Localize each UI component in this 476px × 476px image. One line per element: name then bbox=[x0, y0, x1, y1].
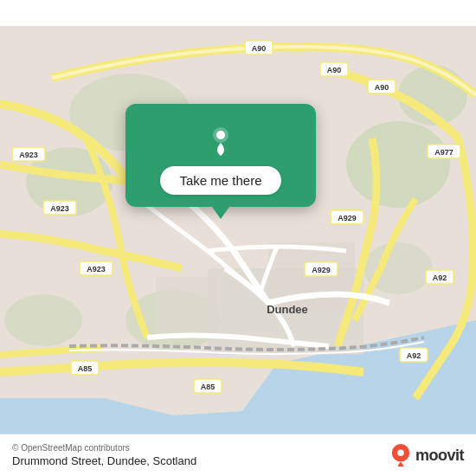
location-name: Drummond Street, Dundee, Scotland bbox=[12, 454, 196, 467]
svg-text:Dundee: Dundee bbox=[267, 303, 308, 316]
svg-text:A90: A90 bbox=[375, 83, 389, 92]
location-pin-icon bbox=[202, 119, 240, 158]
take-me-there-button[interactable]: Take me there bbox=[160, 166, 280, 195]
svg-text:A929: A929 bbox=[338, 214, 357, 222]
svg-text:A90: A90 bbox=[252, 44, 267, 53]
svg-point-43 bbox=[397, 450, 403, 456]
svg-text:A923: A923 bbox=[50, 204, 69, 213]
svg-text:A90: A90 bbox=[327, 66, 342, 74]
svg-point-2 bbox=[346, 121, 450, 208]
svg-text:A92: A92 bbox=[433, 273, 447, 282]
moovit-pin-icon bbox=[391, 444, 410, 466]
bottom-bar: © OpenStreetMap contributors Drummond St… bbox=[0, 434, 476, 476]
svg-text:A85: A85 bbox=[201, 383, 215, 391]
svg-point-41 bbox=[216, 131, 225, 139]
svg-text:A977: A977 bbox=[434, 148, 453, 157]
popup-card: Take me there bbox=[125, 104, 316, 207]
svg-text:A85: A85 bbox=[78, 364, 93, 373]
map-svg: A90 A90 A90 A923 A923 A923 A929 A929 A97… bbox=[0, 0, 476, 476]
map-container: A90 A90 A90 A923 A923 A923 A929 A929 A97… bbox=[0, 0, 476, 476]
bottom-left-info: © OpenStreetMap contributors Drummond St… bbox=[12, 443, 196, 467]
osm-credit: © OpenStreetMap contributors bbox=[12, 443, 196, 453]
svg-text:A929: A929 bbox=[312, 266, 331, 274]
moovit-logo: moovit bbox=[391, 444, 464, 466]
svg-text:A923: A923 bbox=[87, 265, 106, 273]
svg-text:A923: A923 bbox=[19, 151, 38, 159]
svg-text:A92: A92 bbox=[407, 351, 421, 360]
svg-rect-10 bbox=[156, 277, 216, 338]
svg-point-7 bbox=[4, 294, 82, 346]
moovit-brand-text: moovit bbox=[415, 447, 464, 465]
